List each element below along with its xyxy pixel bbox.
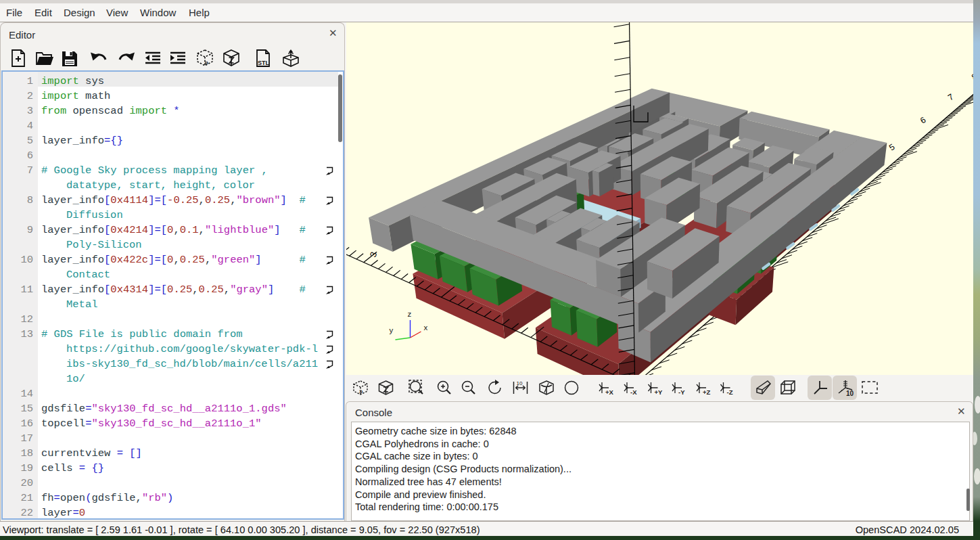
svg-text:»: » (204, 58, 208, 66)
svg-text:STL: STL (258, 60, 270, 66)
svg-text:+Y: +Y (655, 388, 663, 396)
svg-text:-Z: -Z (727, 388, 733, 396)
svg-text:-X: -X (630, 388, 637, 396)
svg-text:y: y (390, 326, 394, 334)
svg-text:-Y: -Y (678, 388, 685, 396)
svg-text:10: 10 (846, 390, 854, 397)
svg-text:5: 5 (887, 142, 896, 153)
svg-text:z: z (408, 310, 412, 318)
svg-text:+Z: +Z (703, 388, 711, 396)
svg-text:+X: +X (605, 388, 614, 396)
svg-text:x: x (424, 323, 428, 332)
svg-text:7: 7 (946, 92, 955, 103)
svg-text:»: » (359, 388, 363, 395)
svg-text:10: 10 (517, 380, 523, 386)
svg-text:6: 6 (918, 115, 927, 126)
